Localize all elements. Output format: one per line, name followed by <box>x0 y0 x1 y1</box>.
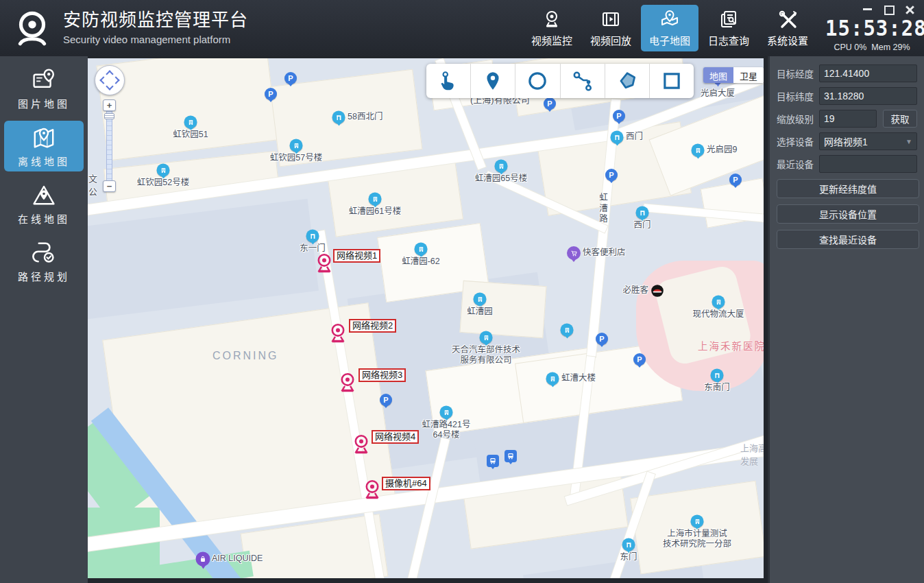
marker-tool-icon <box>482 70 504 92</box>
offline-map-icon <box>32 125 56 150</box>
map-poi-label: 虹钦园51 <box>173 130 208 140</box>
camera-label[interactable]: 网络视频2 <box>349 319 396 333</box>
map-poi-label: 东门 <box>620 552 637 562</box>
parking-poi-icon[interactable]: P <box>544 97 556 110</box>
parking-poi-icon[interactable]: P <box>265 88 277 100</box>
resource-usage: CPU 0% Mem 29% <box>825 43 919 52</box>
nav-video-monitor[interactable]: 视频监控 <box>523 5 581 51</box>
maximize-button[interactable] <box>884 5 893 14</box>
nav-label: 视频监控 <box>531 33 572 47</box>
zoom-level-input[interactable] <box>819 110 877 128</box>
system-status-box: 15:53:28 CPU 0% Mem 29% <box>825 3 919 52</box>
control-panel: 目标经度 目标纬度 缩放级别 获取 选择设备 网络视频1 ▼ 最近设备 更新经纬… <box>768 56 924 583</box>
building-poi-icon <box>692 144 705 157</box>
parking-poi-icon[interactable]: P <box>284 72 297 84</box>
map-poi-label: 西门 <box>626 132 643 142</box>
log-query-icon <box>718 9 739 29</box>
sidebar-item-picture-map[interactable]: 图片地图 <box>4 63 84 114</box>
cpu-usage: CPU 0% <box>834 43 866 52</box>
longitude-label: 目标经度 <box>777 67 819 80</box>
map-text-label: 上海禾新医院 <box>698 338 764 353</box>
nav-system-settings[interactable]: 系统设置 <box>759 5 816 51</box>
zoom-in-button[interactable]: + <box>103 99 116 111</box>
system-settings-icon <box>777 9 798 29</box>
parking-poi-icon[interactable]: P <box>729 174 742 186</box>
camera-label[interactable]: 网络视频1 <box>333 249 380 263</box>
bus-stop-poi-icon[interactable] <box>504 450 517 462</box>
latitude-input[interactable] <box>819 87 917 105</box>
sidebar-item-route-planning[interactable]: 路径规划 <box>4 236 84 287</box>
parking-poi-icon[interactable]: P <box>380 394 392 406</box>
pan-right-icon[interactable] <box>112 76 119 84</box>
layer-satellite-option[interactable]: 卫星 <box>733 67 764 83</box>
circle-tool-button[interactable] <box>515 64 560 98</box>
map-poi-label: 光启园9 <box>707 145 737 155</box>
nearest-device-input[interactable] <box>819 155 917 173</box>
zoom-slider-handle[interactable] <box>104 113 114 119</box>
nav-log-query[interactable]: 日志查询 <box>700 5 757 51</box>
parking-poi-icon[interactable]: P <box>633 353 646 366</box>
longitude-input[interactable] <box>819 64 917 82</box>
title-block: 安防视频监控管理平台 Security video management pla… <box>63 10 248 45</box>
sidebar-item-label: 离线地图 <box>18 154 70 168</box>
online-map-icon <box>32 182 56 207</box>
camera-label[interactable]: 摄像机#64 <box>382 477 430 490</box>
polygon-tool-button[interactable] <box>605 64 650 98</box>
header: 安防视频监控管理平台 Security video management pla… <box>0 0 924 56</box>
rectangle-tool-button[interactable] <box>650 64 694 98</box>
map-poi-label: 虹钦园57号楼 <box>270 153 322 163</box>
update-coordinates-button[interactable]: 更新经纬度值 <box>777 179 919 198</box>
building-poi-icon <box>712 296 725 309</box>
minimize-button[interactable] <box>863 5 872 14</box>
find-nearest-device-button[interactable]: 查找最近设备 <box>777 230 919 249</box>
camera-marker[interactable] <box>328 322 348 344</box>
pan-left-icon[interactable] <box>99 76 107 84</box>
gate-poi-icon <box>611 131 624 144</box>
map-poi-label: 快客便利店 <box>583 248 626 258</box>
fetch-button[interactable]: 获取 <box>883 110 917 128</box>
camera-marker[interactable] <box>315 252 334 274</box>
camera-marker[interactable] <box>363 478 382 500</box>
nav-label: 电子地图 <box>649 33 690 47</box>
marker-tool-button[interactable] <box>471 64 515 98</box>
parking-poi-icon[interactable]: P <box>605 169 618 181</box>
camera-label[interactable]: 网络视频3 <box>358 368 406 382</box>
app-title: 安防视频监控管理平台 <box>63 10 248 30</box>
hand-tool-button[interactable] <box>426 64 471 98</box>
map-poi-label: 西门 <box>633 220 651 230</box>
map-canvas[interactable]: 虹钦园51虹钦园57号楼虹钦园52号楼58西北门虹漕园65号楼虹漕园61号楼虹漕… <box>88 58 764 578</box>
parking-poi-icon[interactable]: P <box>596 333 608 345</box>
map-text-label: 文 公 <box>88 171 97 198</box>
map-text-label: 虹漕路 <box>596 193 609 225</box>
close-button[interactable] <box>905 5 914 14</box>
gate-poi-icon <box>306 230 319 243</box>
sidebar-item-online-map[interactable]: 在线地图 <box>4 178 84 229</box>
layer-map-option[interactable]: 地图 <box>703 67 733 83</box>
polyline-tool-button[interactable] <box>561 64 605 98</box>
zoom-out-button[interactable]: − <box>103 180 116 192</box>
nav-video-playback[interactable]: 视频回放 <box>582 5 640 51</box>
nav-e-map[interactable]: 电子地图 <box>641 5 698 51</box>
building-poi-icon <box>415 243 428 256</box>
show-device-position-button[interactable]: 显示设备位置 <box>777 204 919 224</box>
polygon-tool-icon <box>616 70 638 92</box>
parking-poi-icon[interactable]: P <box>613 110 625 122</box>
rectangle-tool-icon <box>661 70 683 92</box>
camera-marker[interactable] <box>338 371 357 393</box>
bag-poi-icon <box>196 552 210 567</box>
device-select[interactable]: 网络视频1 ▼ <box>819 132 917 150</box>
map-pan-control[interactable] <box>95 65 125 95</box>
bus-stop-poi-icon[interactable] <box>487 455 499 467</box>
camera-label[interactable]: 网络视频4 <box>372 430 419 444</box>
sidebar-item-offline-map[interactable]: 离线地图 <box>4 121 84 171</box>
map-poi-label: 必胜客 <box>622 285 648 296</box>
chevron-down-icon: ▼ <box>905 138 912 145</box>
map-poi-label: 58西北门 <box>348 112 382 122</box>
map-poi-label: 天合汽车部件技术 服务有限公司 <box>452 345 520 366</box>
app-logo-icon <box>11 7 53 49</box>
map-poi-label: AIR LIQUIDE <box>212 554 263 564</box>
pan-down-icon[interactable] <box>106 82 113 90</box>
camera-marker[interactable] <box>352 433 371 455</box>
map-poi-label: 虹漕园65号楼 <box>475 174 527 184</box>
pan-up-icon[interactable] <box>106 70 113 78</box>
